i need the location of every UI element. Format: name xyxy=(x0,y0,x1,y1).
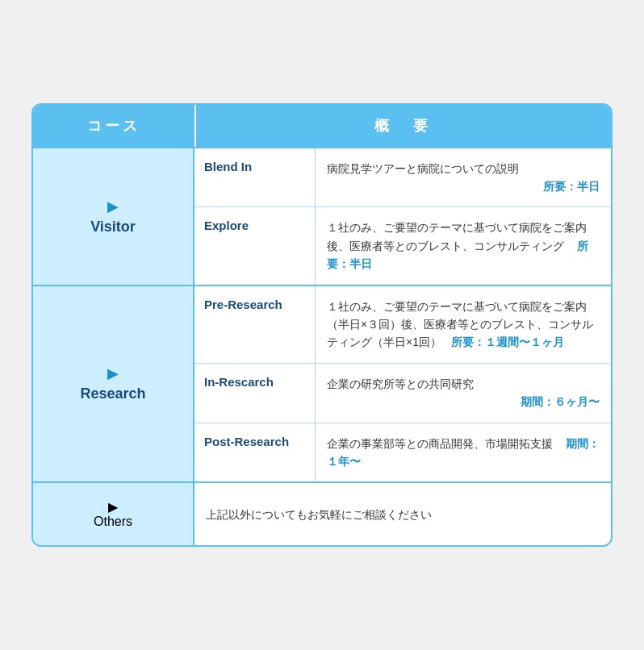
blend-in-highlight: 所要：半日 xyxy=(543,177,600,195)
others-section: ▶ Others 上記以外についてもお気軽にご相談ください xyxy=(33,481,611,545)
others-label: Others xyxy=(94,515,132,529)
research-label: Research xyxy=(80,385,145,402)
in-research-highlight: 期間：６ヶ月〜 xyxy=(521,393,600,410)
others-arrow: ▶ xyxy=(108,499,118,515)
blend-in-desc: 病院見学ツアーと病院についての説明 所要：半日 xyxy=(316,148,611,207)
pre-research-highlight: 所要：１週間〜１ヶ月 xyxy=(451,335,564,348)
in-research-row: In-Rescarch 企業の研究所等との共同研究 期間：６ヶ月〜 xyxy=(194,363,611,423)
in-research-name: In-Rescarch xyxy=(194,364,316,423)
explore-desc: １社のみ、ご要望のテーマに基づいて病院をご案内後、医療者等とのブレスト、コンサル… xyxy=(316,207,611,284)
post-research-desc-text: 企業の事業部等との商品開発、市場開拓支援 xyxy=(327,437,553,450)
visitor-rows: Blend In 病院見学ツアーと病院についての説明 所要：半日 Explore… xyxy=(194,148,611,285)
explore-name: Explore xyxy=(194,207,316,284)
explore-desc-text: １社のみ、ご要望のテーマに基づいて病院をご案内後、医療者等とのブレスト、コンサル… xyxy=(327,221,587,252)
explore-row: Explore １社のみ、ご要望のテーマに基づいて病院をご案内後、医療者等とのブ… xyxy=(194,206,611,284)
blend-in-row: Blend In 病院見学ツアーと病院についての説明 所要：半日 xyxy=(194,148,611,207)
header-summary: 概 要 xyxy=(194,105,611,147)
table-header: コース 概 要 xyxy=(33,105,611,147)
in-research-desc-text: 企業の研究所等との共同研究 xyxy=(327,377,474,390)
post-research-row: Post-Research 企業の事業部等との商品開発、市場開拓支援 期間：１年… xyxy=(194,423,611,482)
others-label-col: ▶ Others xyxy=(33,483,194,545)
research-rows: Pre-Research １社のみ、ご要望のテーマに基づいて病院をご案内（半日×… xyxy=(194,286,611,482)
post-research-name: Post-Research xyxy=(194,423,316,482)
research-section: ▶ Research Pre-Research １社のみ、ご要望のテーマに基づい… xyxy=(33,285,611,482)
others-desc-text: 上記以外についてもお気軽にご相談ください xyxy=(206,506,432,523)
visitor-label: Visitor xyxy=(90,219,136,235)
others-desc: 上記以外についてもお気軽にご相談ください xyxy=(194,483,611,545)
post-research-desc: 企業の事業部等との商品開発、市場開拓支援 期間：１年〜 xyxy=(316,423,611,482)
research-label-col: ▶ Research xyxy=(33,286,194,482)
visitor-label-col: ▶ Visitor xyxy=(33,148,194,285)
blend-in-name: Blend In xyxy=(194,148,316,207)
pre-research-name: Pre-Research xyxy=(194,286,316,363)
visitor-section: ▶ Visitor Blend In 病院見学ツアーと病院についての説明 所要：… xyxy=(33,147,611,285)
in-research-desc: 企業の研究所等との共同研究 期間：６ヶ月〜 xyxy=(316,364,611,423)
visitor-arrow: ▶ xyxy=(107,198,119,215)
main-table: コース 概 要 ▶ Visitor Blend In 病院見学ツアーと病院につい… xyxy=(31,103,613,548)
header-course: コース xyxy=(33,105,194,147)
blend-in-desc-text: 病院見学ツアーと病院についての説明 xyxy=(327,162,519,175)
pre-research-row: Pre-Research １社のみ、ご要望のテーマに基づいて病院をご案内（半日×… xyxy=(194,286,611,363)
research-arrow: ▶ xyxy=(107,365,119,382)
pre-research-desc: １社のみ、ご要望のテーマに基づいて病院をご案内（半日×３回）後、医療者等とのブレ… xyxy=(316,286,611,363)
